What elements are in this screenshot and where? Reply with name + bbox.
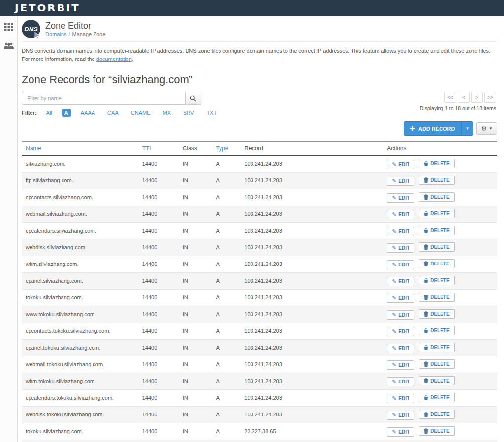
delete-button[interactable]: DELETE (419, 176, 454, 185)
table-row: silviazhang.com. 14400 IN A 23.227.38.65… (22, 440, 497, 442)
trash-icon (424, 261, 428, 266)
record-class-cell: IN (179, 440, 212, 442)
edit-button[interactable]: ✎EDIT (387, 310, 414, 320)
delete-button[interactable]: DELETE (419, 293, 454, 302)
delete-button[interactable]: DELETE (419, 309, 454, 319)
settings-gear-button[interactable]: ⚙▼ (476, 122, 497, 135)
record-value-cell: 103.241.24.203 (240, 339, 383, 356)
page-title: Zone Editor (45, 21, 105, 31)
edit-button[interactable]: ✎EDIT (387, 411, 414, 420)
edit-button[interactable]: ✎EDIT (387, 294, 414, 303)
delete-button[interactable]: DELETE (419, 326, 454, 335)
sort-by-type-header[interactable]: Type (216, 145, 228, 152)
pagination-last-button[interactable]: >> (484, 92, 496, 103)
filter-chip-aaaa[interactable]: AAAA (78, 109, 97, 117)
record-name-cell: ftp.silviazhang.com. (22, 172, 138, 189)
record-name-cell: webdisk.tokoku.silviazhang.com. (22, 406, 138, 423)
delete-button[interactable]: DELETE (419, 226, 454, 235)
pagination-next-button[interactable]: > (471, 92, 483, 103)
record-name-cell: cpcalendars.tokoku.silviazhang.com. (22, 389, 138, 406)
pagination: << < > >> Displaying 1 to 18 out of 18 i… (420, 92, 496, 111)
delete-button[interactable]: DELETE (419, 359, 454, 369)
record-value-cell: 103.241.24.203 (240, 306, 383, 323)
edit-button[interactable]: ✎EDIT (387, 360, 414, 370)
record-ttl-cell: 14400 (138, 155, 179, 172)
gear-icon: ⚙ (481, 125, 487, 132)
filter-by-name-input[interactable] (22, 92, 185, 105)
table-row: whm.tokoku.silviazhang.com. 14400 IN A 1… (22, 373, 497, 389)
record-type-cell: A (212, 256, 240, 272)
edit-button[interactable]: ✎EDIT (387, 160, 414, 169)
edit-button[interactable]: ✎EDIT (387, 344, 414, 353)
record-class-cell: IN (179, 389, 212, 406)
table-header-row: Name TTL Class Type Record Actions (22, 141, 497, 155)
delete-button[interactable]: DELETE (419, 426, 454, 436)
table-row: webdisk.silviazhang.com. 14400 IN A 103.… (22, 239, 497, 256)
filter-chip-all[interactable]: All (44, 109, 55, 117)
delete-button[interactable]: DELETE (419, 343, 454, 352)
left-sidebar (0, 16, 18, 442)
table-row: www.tokoku.silviazhang.com. 14400 IN A 1… (22, 306, 497, 323)
filter-chip-a[interactable]: A (62, 109, 71, 117)
user-group-icon[interactable] (4, 41, 14, 51)
delete-button[interactable]: DELETE (419, 393, 454, 402)
record-class-cell: IN (179, 206, 212, 222)
delete-button[interactable]: DELETE (419, 192, 454, 202)
breadcrumb-domains-link[interactable]: Domains (45, 31, 66, 37)
filter-chip-mx[interactable]: MX (160, 109, 173, 117)
record-class-cell: IN (179, 272, 212, 289)
record-name-cell: tokoku.silviazhang.com. (22, 423, 138, 440)
pencil-icon: ✎ (392, 396, 396, 401)
table-row: cpcontacts.silviazhang.com. 14400 IN A 1… (22, 189, 497, 206)
sort-by-ttl-header[interactable]: TTL (142, 145, 153, 152)
record-value-cell: 103.241.24.203 (240, 323, 383, 339)
filter-chip-cname[interactable]: CNAME (128, 109, 153, 117)
record-ttl-cell: 14400 (138, 406, 179, 423)
filter-chip-caa[interactable]: CAA (105, 109, 121, 117)
pencil-icon: ✎ (392, 362, 396, 368)
edit-button[interactable]: ✎EDIT (387, 277, 414, 286)
record-name-cell: cpcontacts.silviazhang.com. (22, 189, 138, 206)
zone-records-table: Name TTL Class Type Record Actions silvi… (22, 141, 497, 442)
delete-button[interactable]: DELETE (419, 276, 454, 285)
search-button[interactable] (185, 92, 201, 105)
delete-button[interactable]: DELETE (419, 259, 454, 268)
pagination-first-button[interactable]: << (444, 92, 456, 103)
edit-button[interactable]: ✎EDIT (387, 260, 414, 269)
edit-button[interactable]: ✎EDIT (387, 243, 414, 253)
table-row: cpanel.silviazhang.com. 14400 IN A 103.2… (22, 272, 497, 289)
trash-icon (424, 211, 428, 216)
trash-icon (424, 428, 428, 434)
record-ttl-cell: 14400 (138, 172, 179, 189)
trash-icon (424, 244, 428, 250)
edit-button[interactable]: ✎EDIT (387, 193, 414, 203)
pagination-prev-button[interactable]: < (458, 92, 470, 103)
sort-by-name-header[interactable]: Name (26, 145, 41, 152)
record-type-cell: A (212, 206, 240, 222)
record-class-cell: IN (179, 256, 212, 272)
add-record-button[interactable]: ✚ADD RECORD ▼ (404, 121, 473, 136)
edit-button[interactable]: ✎EDIT (387, 377, 414, 386)
edit-button[interactable]: ✎EDIT (387, 394, 414, 403)
apps-grid-icon[interactable] (4, 22, 14, 32)
record-value-cell: 103.241.24.203 (240, 189, 383, 206)
documentation-link[interactable]: documentation (96, 56, 132, 62)
edit-button[interactable]: ✎EDIT (387, 427, 414, 437)
edit-button[interactable]: ✎EDIT (387, 227, 414, 236)
filter-chip-srv[interactable]: SRV (181, 109, 196, 117)
delete-button[interactable]: DELETE (419, 410, 454, 419)
delete-button[interactable]: DELETE (419, 376, 454, 385)
record-name-cell: whm.silviazhang.com. (22, 256, 138, 272)
filter-chip-txt[interactable]: TXT (204, 109, 219, 117)
record-value-cell: 103.241.24.203 (240, 206, 383, 222)
delete-button[interactable]: DELETE (419, 159, 454, 168)
filter-label: Filter: (22, 110, 37, 116)
delete-button[interactable]: DELETE (419, 209, 454, 218)
record-value-cell: 103.241.24.203 (240, 356, 383, 373)
record-name-cell: silviazhang.com. (22, 155, 138, 172)
delete-button[interactable]: DELETE (419, 242, 454, 252)
add-record-dropdown-toggle[interactable]: ▼ (461, 122, 473, 135)
edit-button[interactable]: ✎EDIT (387, 177, 414, 186)
edit-button[interactable]: ✎EDIT (387, 327, 414, 336)
edit-button[interactable]: ✎EDIT (387, 210, 414, 219)
